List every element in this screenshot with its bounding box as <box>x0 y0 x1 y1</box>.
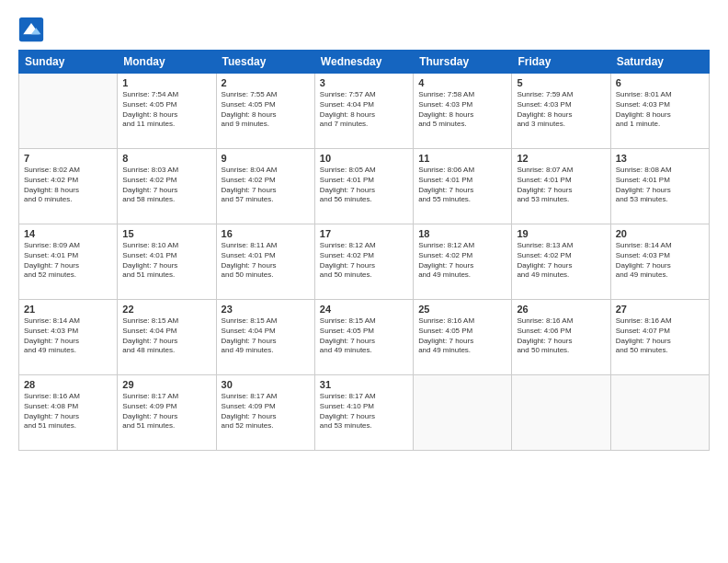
day-number: 7 <box>24 153 112 164</box>
day-info: Sunrise: 8:15 AM Sunset: 4:04 PM Dayligh… <box>222 316 310 356</box>
calendar-cell: 31Sunrise: 8:17 AM Sunset: 4:10 PM Dayli… <box>314 375 413 451</box>
calendar-cell <box>19 74 118 149</box>
day-info: Sunrise: 7:57 AM Sunset: 4:04 PM Dayligh… <box>320 90 408 130</box>
day-info: Sunrise: 8:02 AM Sunset: 4:02 PM Dayligh… <box>24 166 112 205</box>
day-info: Sunrise: 8:17 AM Sunset: 4:09 PM Dayligh… <box>122 392 210 431</box>
calendar-cell: 30Sunrise: 8:17 AM Sunset: 4:09 PM Dayli… <box>216 375 314 451</box>
day-number: 20 <box>616 228 704 239</box>
calendar-cell: 11Sunrise: 8:06 AM Sunset: 4:01 PM Dayli… <box>414 149 512 224</box>
calendar-cell: 20Sunrise: 8:14 AM Sunset: 4:03 PM Dayli… <box>610 224 709 300</box>
calendar-header-cell: Wednesday <box>314 51 413 74</box>
calendar-cell: 12Sunrise: 8:07 AM Sunset: 4:01 PM Dayli… <box>512 149 610 224</box>
day-number: 8 <box>122 153 210 164</box>
calendar-week-row: 14Sunrise: 8:09 AM Sunset: 4:01 PM Dayli… <box>19 224 710 300</box>
calendar-header-cell: Tuesday <box>216 51 314 74</box>
calendar-cell: 16Sunrise: 8:11 AM Sunset: 4:01 PM Dayli… <box>216 224 314 300</box>
header <box>18 17 710 42</box>
day-info: Sunrise: 8:13 AM Sunset: 4:02 PM Dayligh… <box>517 241 605 281</box>
day-number: 17 <box>320 228 408 239</box>
calendar-cell: 5Sunrise: 7:59 AM Sunset: 4:03 PM Daylig… <box>512 74 610 149</box>
day-info: Sunrise: 8:15 AM Sunset: 4:05 PM Dayligh… <box>320 316 408 356</box>
calendar-cell: 6Sunrise: 8:01 AM Sunset: 4:03 PM Daylig… <box>610 74 709 149</box>
calendar-cell: 3Sunrise: 7:57 AM Sunset: 4:04 PM Daylig… <box>314 74 413 149</box>
calendar-cell: 9Sunrise: 8:04 AM Sunset: 4:02 PM Daylig… <box>216 149 314 224</box>
calendar-header-cell: Friday <box>512 51 610 74</box>
day-number: 10 <box>320 153 408 164</box>
day-number: 31 <box>320 379 408 390</box>
calendar-header-cell: Sunday <box>19 51 118 74</box>
day-info: Sunrise: 7:59 AM Sunset: 4:03 PM Dayligh… <box>517 90 605 130</box>
calendar-cell: 22Sunrise: 8:15 AM Sunset: 4:04 PM Dayli… <box>118 300 216 375</box>
calendar-header-cell: Monday <box>118 51 216 74</box>
day-info: Sunrise: 8:16 AM Sunset: 4:07 PM Dayligh… <box>616 316 704 356</box>
day-info: Sunrise: 7:55 AM Sunset: 4:05 PM Dayligh… <box>222 90 310 130</box>
day-number: 26 <box>517 304 605 315</box>
day-info: Sunrise: 8:04 AM Sunset: 4:02 PM Dayligh… <box>222 166 310 205</box>
day-info: Sunrise: 7:58 AM Sunset: 4:03 PM Dayligh… <box>418 90 506 130</box>
day-info: Sunrise: 8:16 AM Sunset: 4:06 PM Dayligh… <box>517 316 605 356</box>
calendar-cell: 8Sunrise: 8:03 AM Sunset: 4:02 PM Daylig… <box>118 149 216 224</box>
day-number: 2 <box>222 77 310 88</box>
day-info: Sunrise: 8:14 AM Sunset: 4:03 PM Dayligh… <box>24 316 112 356</box>
day-info: Sunrise: 8:05 AM Sunset: 4:01 PM Dayligh… <box>320 166 408 205</box>
day-number: 28 <box>24 379 112 390</box>
calendar-week-row: 7Sunrise: 8:02 AM Sunset: 4:02 PM Daylig… <box>19 149 710 224</box>
page: SundayMondayTuesdayWednesdayThursdayFrid… <box>0 0 728 563</box>
day-number: 15 <box>122 228 210 239</box>
calendar-week-row: 21Sunrise: 8:14 AM Sunset: 4:03 PM Dayli… <box>19 300 710 375</box>
day-info: Sunrise: 8:01 AM Sunset: 4:03 PM Dayligh… <box>616 90 704 130</box>
day-number: 11 <box>418 153 506 164</box>
calendar-body: 1Sunrise: 7:54 AM Sunset: 4:05 PM Daylig… <box>19 74 710 451</box>
day-number: 24 <box>320 304 408 315</box>
day-info: Sunrise: 7:54 AM Sunset: 4:05 PM Dayligh… <box>122 90 210 130</box>
day-info: Sunrise: 8:07 AM Sunset: 4:01 PM Dayligh… <box>517 166 605 205</box>
day-number: 12 <box>517 153 605 164</box>
logo <box>18 17 48 42</box>
calendar-cell: 1Sunrise: 7:54 AM Sunset: 4:05 PM Daylig… <box>118 74 216 149</box>
day-number: 18 <box>418 228 506 239</box>
day-info: Sunrise: 8:11 AM Sunset: 4:01 PM Dayligh… <box>222 241 310 281</box>
day-number: 19 <box>517 228 605 239</box>
calendar-cell: 24Sunrise: 8:15 AM Sunset: 4:05 PM Dayli… <box>314 300 413 375</box>
calendar-cell: 26Sunrise: 8:16 AM Sunset: 4:06 PM Dayli… <box>512 300 610 375</box>
day-number: 9 <box>222 153 310 164</box>
day-number: 3 <box>320 77 408 88</box>
day-info: Sunrise: 8:12 AM Sunset: 4:02 PM Dayligh… <box>418 241 506 281</box>
day-number: 13 <box>616 153 704 164</box>
calendar-cell: 7Sunrise: 8:02 AM Sunset: 4:02 PM Daylig… <box>19 149 118 224</box>
day-number: 4 <box>418 77 506 88</box>
calendar-cell: 18Sunrise: 8:12 AM Sunset: 4:02 PM Dayli… <box>414 224 512 300</box>
day-info: Sunrise: 8:06 AM Sunset: 4:01 PM Dayligh… <box>418 166 506 205</box>
calendar-cell: 23Sunrise: 8:15 AM Sunset: 4:04 PM Dayli… <box>216 300 314 375</box>
day-info: Sunrise: 8:14 AM Sunset: 4:03 PM Dayligh… <box>616 241 704 281</box>
day-info: Sunrise: 8:09 AM Sunset: 4:01 PM Dayligh… <box>24 241 112 281</box>
calendar-cell: 10Sunrise: 8:05 AM Sunset: 4:01 PM Dayli… <box>314 149 413 224</box>
day-number: 23 <box>222 304 310 315</box>
day-info: Sunrise: 8:17 AM Sunset: 4:09 PM Dayligh… <box>222 392 310 431</box>
day-number: 29 <box>122 379 210 390</box>
calendar-header-row: SundayMondayTuesdayWednesdayThursdayFrid… <box>19 51 710 74</box>
day-info: Sunrise: 8:10 AM Sunset: 4:01 PM Dayligh… <box>122 241 210 281</box>
day-number: 30 <box>222 379 310 390</box>
calendar-week-row: 1Sunrise: 7:54 AM Sunset: 4:05 PM Daylig… <box>19 74 710 149</box>
calendar-cell: 17Sunrise: 8:12 AM Sunset: 4:02 PM Dayli… <box>314 224 413 300</box>
calendar-cell: 25Sunrise: 8:16 AM Sunset: 4:05 PM Dayli… <box>414 300 512 375</box>
day-info: Sunrise: 8:03 AM Sunset: 4:02 PM Dayligh… <box>122 166 210 205</box>
calendar-cell: 14Sunrise: 8:09 AM Sunset: 4:01 PM Dayli… <box>19 224 118 300</box>
calendar-cell: 29Sunrise: 8:17 AM Sunset: 4:09 PM Dayli… <box>118 375 216 451</box>
day-number: 6 <box>616 77 704 88</box>
day-info: Sunrise: 8:15 AM Sunset: 4:04 PM Dayligh… <box>122 316 210 356</box>
calendar-header-cell: Thursday <box>414 51 512 74</box>
day-info: Sunrise: 8:08 AM Sunset: 4:01 PM Dayligh… <box>616 166 704 205</box>
day-number: 1 <box>122 77 210 88</box>
calendar-cell: 28Sunrise: 8:16 AM Sunset: 4:08 PM Dayli… <box>19 375 118 451</box>
calendar-cell <box>512 375 610 451</box>
logo-icon <box>18 17 44 42</box>
day-number: 5 <box>517 77 605 88</box>
calendar-cell: 19Sunrise: 8:13 AM Sunset: 4:02 PM Dayli… <box>512 224 610 300</box>
calendar-cell <box>414 375 512 451</box>
day-info: Sunrise: 8:12 AM Sunset: 4:02 PM Dayligh… <box>320 241 408 281</box>
calendar-header-cell: Saturday <box>610 51 709 74</box>
day-info: Sunrise: 8:16 AM Sunset: 4:05 PM Dayligh… <box>418 316 506 356</box>
day-number: 21 <box>24 304 112 315</box>
